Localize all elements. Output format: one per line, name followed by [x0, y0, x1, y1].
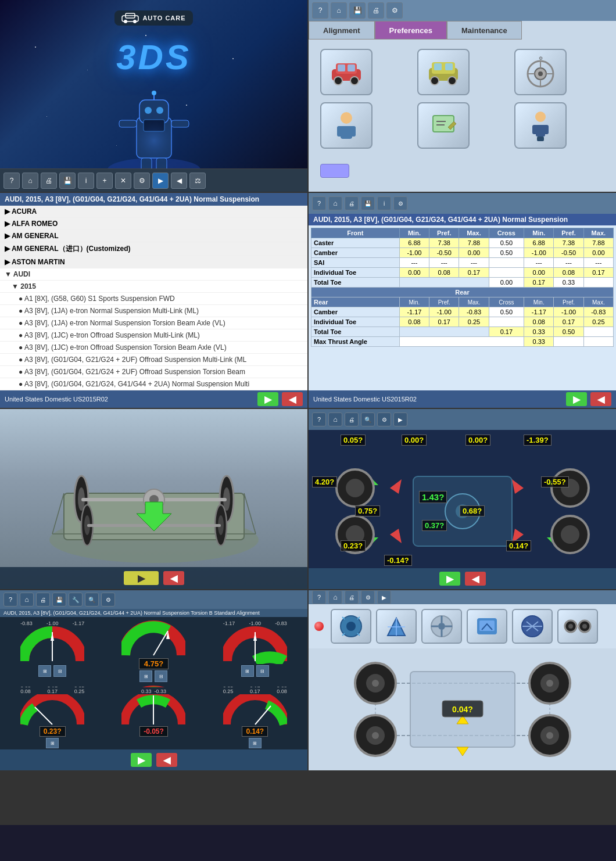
cell-total-toe-extra [583, 278, 613, 288]
align3d-next-btn[interactable]: ▶ [377, 590, 391, 604]
list-item[interactable]: ● A3 [8V], (G01/G04, G21/G24 + 2UF) Offr… [0, 366, 307, 378]
table-back-button[interactable]: ◀ [590, 392, 611, 406]
live-gear-btn[interactable]: ⚙ [377, 412, 391, 426]
live-settings-btn[interactable]: 🔍 [361, 412, 375, 426]
pref-icon-edit[interactable] [417, 102, 470, 149]
align3d-icon-4[interactable] [467, 609, 507, 644]
pref-icon-person[interactable] [320, 102, 373, 149]
gauge7-max: 0.25 [74, 688, 85, 694]
tab-preferences[interactable]: Preferences [375, 21, 447, 40]
table-help-btn[interactable]: ? [312, 196, 326, 210]
list-next-button[interactable]: ▶ [257, 392, 278, 406]
list-item[interactable]: ● A1 [8X], (G58, G60) S1 Sports Suspensi… [0, 293, 307, 305]
table-print-btn[interactable]: 🖨 [345, 196, 359, 210]
gauges-next-button[interactable]: ▶ [131, 753, 152, 767]
add-button[interactable]: + [96, 173, 113, 189]
list-item[interactable]: ▶ ASTON MARTIN [0, 256, 307, 268]
gauge-help-btn[interactable]: ? [3, 593, 17, 607]
align3d-settings-btn[interactable]: ⚙ [361, 590, 375, 604]
gauge7-svg [20, 694, 84, 726]
align3d-icon-5[interactable] [512, 609, 553, 644]
live-home-btn[interactable]: ⌂ [328, 412, 342, 426]
prefs-print-btn[interactable]: 🖨 [368, 2, 384, 19]
list-item[interactable]: ● A3 [8V], (1JC) e-tron Offroad Suspensi… [0, 329, 307, 342]
list-back-button[interactable]: ◀ [282, 392, 303, 406]
gauge9-icon1[interactable]: ⊞ [249, 738, 262, 748]
cell-ind-toe-pref2: 0.08 [554, 268, 583, 278]
back-button[interactable]: ◀ [171, 173, 187, 189]
print-button[interactable]: 🖨 [41, 173, 57, 189]
gauge-save-btn[interactable]: 💾 [52, 593, 66, 607]
pref-icon-person2[interactable] [514, 102, 567, 149]
table-settings-btn[interactable]: ⚙ [393, 196, 407, 210]
table-next-button[interactable]: ▶ [566, 392, 587, 406]
gauges-back-button[interactable]: ◀ [156, 753, 177, 767]
settings-button[interactable]: ⚙ [134, 173, 150, 189]
gauge1-icon1[interactable]: ⊞ [38, 665, 51, 677]
live-print-btn[interactable]: 🖨 [345, 412, 359, 426]
panel-3d-yellow-button[interactable]: ▶ [124, 571, 159, 585]
prefs-home-btn[interactable]: ⌂ [331, 2, 347, 19]
gauge1-min: -0.83 [20, 620, 33, 626]
align3d-icon-6[interactable] [557, 609, 598, 644]
list-item[interactable]: ▼ 2015 [0, 281, 307, 293]
list-item[interactable]: ● A3 [8V], (G01/G04, G21/G24, G41/G44 + … [0, 378, 307, 390]
tab-alignment[interactable]: Alignment [309, 21, 375, 40]
pref-icon-wheel[interactable]: ⚙ [514, 49, 567, 95]
close-button[interactable]: ✕ [115, 173, 131, 189]
table-save-btn[interactable]: 💾 [361, 196, 375, 210]
live-help-btn[interactable]: ? [312, 412, 326, 426]
pref-icon-car[interactable] [320, 49, 373, 95]
gauge-search-btn[interactable]: 🔍 [85, 593, 99, 607]
gauge-settings-btn[interactable]: ⚙ [101, 593, 115, 607]
list-item[interactable]: ▶ AM GENERAL（进口）(Customized) [0, 242, 307, 256]
live-back-button[interactable]: ◀ [465, 572, 486, 586]
list-item[interactable]: ▼ AUDI [0, 268, 307, 281]
panel-3d-back-button[interactable]: ◀ [163, 571, 184, 585]
prefs-settings-btn[interactable]: ⚙ [386, 2, 403, 19]
balance-button[interactable]: ⚖ [189, 173, 206, 189]
list-item[interactable]: ▶ ACURA [0, 206, 307, 218]
live-next-button[interactable]: ▶ [439, 572, 460, 586]
gauge2-icon1[interactable]: ⊞ [139, 670, 152, 682]
tab-maintenance[interactable]: Maintenance [447, 21, 522, 40]
gauge1-icon2[interactable]: ⊟ [53, 665, 66, 677]
list-item[interactable]: ● A3 [8V], (1JA) e-tron Normal Suspensio… [0, 305, 307, 317]
align3d-icon-3[interactable] [421, 609, 462, 644]
prefs-help-btn[interactable]: ? [312, 2, 328, 19]
gauge-home-btn[interactable]: ⌂ [20, 593, 34, 607]
list-item[interactable]: ● A3 [8V], (G01/G04, G21/G24 + 2UF) Offr… [0, 354, 307, 366]
align3d-icon-1[interactable] [331, 609, 371, 644]
home-button[interactable]: ⌂ [22, 173, 38, 189]
col-pref2: Pref. [554, 228, 583, 238]
table-home-btn[interactable]: ⌂ [328, 196, 342, 210]
live-next-btn[interactable]: ▶ [393, 412, 407, 426]
gauge-wrench-btn[interactable]: 🔧 [69, 593, 83, 607]
pref-icon-car2[interactable] [417, 49, 470, 95]
align3d-icon-2[interactable] [376, 609, 417, 644]
gauge3-icon2[interactable]: ⊟ [256, 665, 269, 677]
table-info-btn[interactable]: i [377, 196, 391, 210]
cell-r-camber-max1: -0.83 [459, 307, 489, 317]
next-button[interactable]: ▶ [152, 173, 169, 189]
cell-thrust-label: Max Thrust Angle [311, 337, 400, 347]
list-item[interactable]: ● A3 [8V], (1JA) e-tron Normal Suspensio… [0, 317, 307, 329]
save-button[interactable]: 💾 [59, 173, 76, 189]
align3d-help-btn[interactable]: ? [312, 590, 326, 604]
live-val-bot2: 0.14? [506, 540, 531, 551]
gauge7-icon1[interactable]: ⊞ [46, 738, 59, 748]
gauge-print-btn[interactable]: 🖨 [36, 593, 50, 607]
gauge3-icon1[interactable]: ⊞ [241, 665, 254, 677]
live-val-top3: 0.00? [465, 435, 490, 446]
prefs-action-button[interactable] [320, 164, 349, 178]
info-button[interactable]: i [78, 173, 94, 189]
svg-line-89 [153, 631, 168, 655]
help-button[interactable]: ? [3, 173, 20, 189]
list-item[interactable]: ▶ AM GENERAL [0, 230, 307, 242]
prefs-save-btn[interactable]: 💾 [349, 2, 366, 19]
align3d-print-btn[interactable]: 🖨 [345, 590, 359, 604]
align3d-home-btn[interactable]: ⌂ [328, 590, 342, 604]
list-item[interactable]: ● A3 [8V], (1JC) e-tron Offroad Suspensi… [0, 342, 307, 354]
list-item[interactable]: ▶ ALFA ROMEO [0, 218, 307, 230]
gauge2-icon2[interactable]: ⊟ [155, 670, 167, 682]
